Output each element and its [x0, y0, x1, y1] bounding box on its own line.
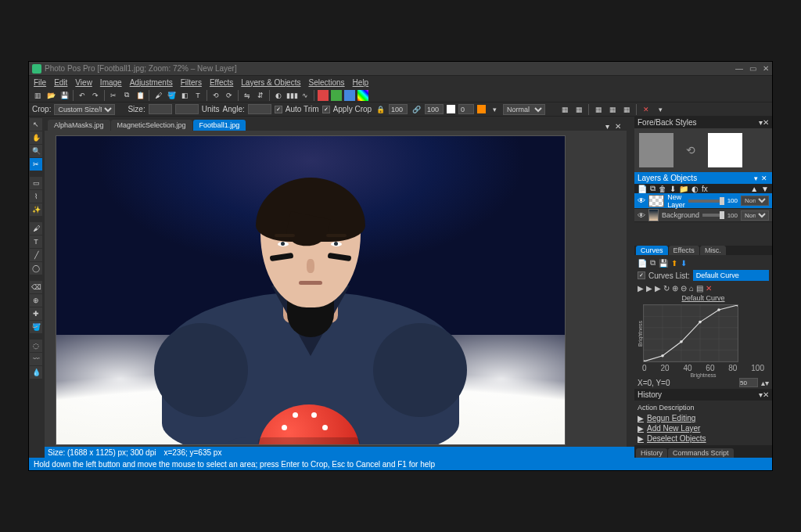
- layer-tool-icon[interactable]: ▦: [607, 104, 618, 115]
- spectrum-icon[interactable]: [357, 90, 368, 101]
- mask-icon[interactable]: ◐: [691, 185, 699, 193]
- layer-tool-icon[interactable]: ▦: [559, 104, 570, 115]
- text-icon[interactable]: T: [192, 90, 203, 101]
- rotate-right-icon[interactable]: ⟳: [224, 90, 235, 101]
- layer-tool-icon[interactable]: ▦: [621, 104, 632, 115]
- blur-tool[interactable]: ◌: [30, 340, 42, 352]
- hand-tool[interactable]: ✋: [30, 131, 42, 144]
- curves-up-icon[interactable]: ⬆: [671, 259, 677, 268]
- opacity-input[interactable]: [458, 104, 474, 114]
- scrollbar[interactable]: [627, 117, 634, 447]
- curves-tool-icon[interactable]: 📄: [638, 259, 647, 268]
- link-icon[interactable]: 🔗: [411, 104, 422, 115]
- delete-icon[interactable]: ✕: [641, 104, 652, 115]
- layer-tool-icon[interactable]: ▦: [573, 104, 584, 115]
- lock-icon[interactable]: 🔒: [375, 104, 386, 115]
- minimize-button[interactable]: —: [735, 64, 743, 73]
- canvas-image[interactable]: [56, 135, 566, 445]
- rect-select-tool[interactable]: ▭: [30, 177, 42, 189]
- gradient-icon[interactable]: ◧: [179, 90, 190, 101]
- layer-blend-select[interactable]: Norm.: [741, 210, 769, 221]
- tab-football[interactable]: Football1.jpg: [193, 120, 246, 131]
- maximize-button[interactable]: ▭: [749, 64, 756, 73]
- angle-input[interactable]: [248, 104, 271, 114]
- opacity-slider[interactable]: [702, 214, 724, 217]
- foreground-swatch[interactable]: [639, 133, 673, 167]
- menu-selections[interactable]: Selections: [308, 78, 344, 87]
- curves-spin-input[interactable]: [739, 378, 758, 387]
- close-panel-icon[interactable]: ✕: [761, 174, 767, 182]
- canvas-viewport[interactable]: [45, 131, 627, 447]
- tab-commands-script[interactable]: Commands Script: [668, 448, 734, 458]
- brush-icon[interactable]: 🖌: [153, 90, 163, 101]
- eye-icon[interactable]: 👁: [638, 211, 645, 220]
- close-button[interactable]: ✕: [763, 64, 769, 73]
- heal-tool[interactable]: ✚: [30, 307, 42, 320]
- undo-icon[interactable]: ↶: [77, 90, 88, 101]
- move-tool[interactable]: ↖: [30, 118, 42, 131]
- curves-delete-icon[interactable]: ✕: [706, 284, 712, 293]
- red-swatch-icon[interactable]: [318, 90, 329, 101]
- eyedropper-tool[interactable]: 💧: [30, 366, 42, 379]
- width-input[interactable]: [149, 104, 172, 114]
- swap-colors-icon[interactable]: ⟲: [681, 141, 700, 160]
- menu-layers[interactable]: Layers & Objects: [241, 78, 300, 87]
- tab-misc[interactable]: Misc.: [700, 246, 726, 255]
- copy-icon[interactable]: ⧉: [121, 90, 132, 101]
- apply-crop-checkbox[interactable]: ✓: [322, 106, 330, 113]
- auto-trim-checkbox[interactable]: ✓: [275, 106, 282, 113]
- move-down-icon[interactable]: ▼: [761, 185, 769, 193]
- text-tool[interactable]: T: [30, 235, 42, 248]
- menu-effects[interactable]: Effects: [210, 78, 233, 87]
- curves-action-icon[interactable]: ▤: [696, 284, 703, 293]
- curves-list-dropdown[interactable]: Default Curve: [693, 270, 769, 281]
- layer-blend-select[interactable]: Norm.: [741, 196, 769, 206]
- smudge-tool[interactable]: 〰: [30, 353, 42, 365]
- merge-icon[interactable]: ⬇: [670, 185, 676, 193]
- curves-action-icon[interactable]: ↻: [663, 284, 670, 293]
- open-icon[interactable]: 📂: [45, 90, 56, 101]
- curves-tool-icon[interactable]: ⧉: [650, 258, 656, 268]
- pin-icon[interactable]: ▾: [754, 174, 758, 182]
- layer-tool-icon[interactable]: ▦: [593, 104, 604, 115]
- flip-h-icon[interactable]: ⇋: [242, 90, 253, 101]
- layer-row[interactable]: 👁 New Layer 100 Norm.: [634, 193, 772, 209]
- background-swatch[interactable]: [708, 133, 742, 167]
- curves-action-icon[interactable]: ▶: [638, 284, 644, 293]
- blue-swatch-icon[interactable]: [344, 90, 355, 101]
- tab-alphamasks[interactable]: AlphaMasks.jpg: [48, 120, 110, 131]
- move-up-icon[interactable]: ▲: [750, 185, 758, 193]
- menu-image[interactable]: Image: [100, 78, 122, 87]
- menu-adjustments[interactable]: Adjustments: [130, 78, 173, 87]
- tab-close-icon[interactable]: ✕: [612, 122, 623, 131]
- crop-mode-select[interactable]: Custom Size/Ratio: [54, 104, 115, 115]
- orange-swatch[interactable]: [477, 105, 486, 113]
- zoom-tool[interactable]: 🔍: [30, 145, 42, 157]
- curves-action-icon[interactable]: ▶: [655, 284, 661, 293]
- menu-filters[interactable]: Filters: [181, 78, 202, 87]
- copy-layer-icon[interactable]: ⧉: [650, 184, 656, 193]
- curves-chart[interactable]: [643, 304, 738, 362]
- menu-help[interactable]: Help: [353, 78, 369, 87]
- history-item[interactable]: ▶Deselect Objects: [638, 433, 769, 444]
- green-swatch-icon[interactable]: [331, 90, 342, 101]
- eraser-tool[interactable]: ⌫: [30, 281, 42, 293]
- menu-view[interactable]: View: [75, 78, 92, 87]
- curves-enable-checkbox[interactable]: ✓: [638, 271, 645, 279]
- fill-icon[interactable]: 🪣: [166, 90, 177, 101]
- flip-v-icon[interactable]: ⇵: [255, 90, 266, 101]
- curves-icon[interactable]: ∿: [300, 90, 311, 101]
- eye-icon[interactable]: 👁: [638, 196, 645, 205]
- delete-layer-icon[interactable]: 🗑: [659, 185, 666, 193]
- layer-row[interactable]: 👁 Background 100 Norm.: [634, 209, 772, 222]
- adjust-color-icon[interactable]: ◐: [273, 90, 284, 101]
- save-icon[interactable]: 💾: [59, 90, 70, 101]
- levels-icon[interactable]: ▮▮▮: [286, 90, 297, 101]
- curves-action-icon[interactable]: ⌂: [689, 284, 694, 293]
- w-percent-input[interactable]: [389, 104, 408, 114]
- height-input[interactable]: [175, 104, 199, 114]
- group-icon[interactable]: 📁: [679, 185, 688, 193]
- menu-edit[interactable]: Edit: [54, 78, 67, 87]
- tab-curves[interactable]: Curves: [636, 246, 668, 255]
- rotate-left-icon[interactable]: ⟲: [210, 90, 221, 101]
